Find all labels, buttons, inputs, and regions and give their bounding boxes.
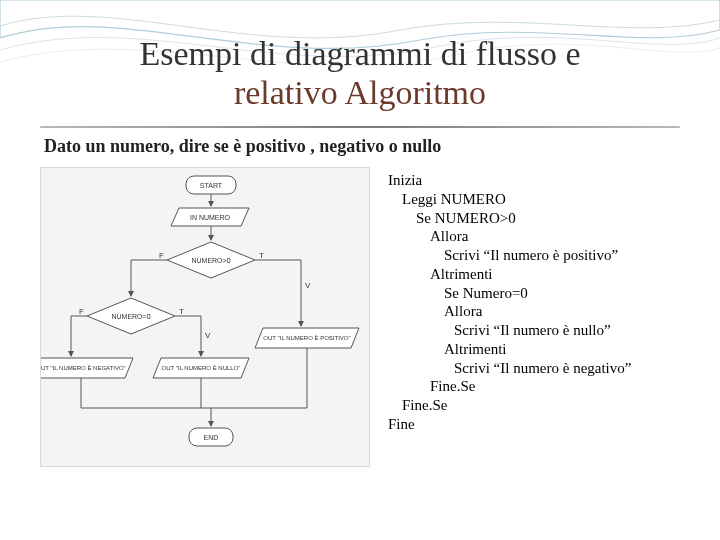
flowchart-svg: START IN NUMERO NUMERO>0 F T V [41, 168, 371, 468]
algo-line: Fine [388, 415, 680, 434]
algo-line: Scrivi “Il numero è positivo” [388, 246, 680, 265]
algo-line: Fine.Se [388, 396, 680, 415]
algo-line: Allora [388, 227, 680, 246]
flow-end: END [204, 434, 219, 441]
algo-line: Leggi NUMERO [388, 190, 680, 209]
slide-title: Esempi di diagrammi di flusso e relativo… [40, 34, 680, 112]
flow-input: IN NUMERO [190, 214, 231, 221]
algo-line: Scrivi “Il numero è nullo” [388, 321, 680, 340]
problem-statement: Dato un numero, dire se è positivo , neg… [44, 136, 680, 157]
title-line-2: relativo Algoritmo [234, 74, 486, 111]
flow-start: START [200, 182, 223, 189]
flow-false-label-1: F [159, 251, 164, 260]
algo-line: Allora [388, 302, 680, 321]
title-underline [40, 126, 680, 128]
algo-line: Altrimenti [388, 340, 680, 359]
flowchart-panel: START IN NUMERO NUMERO>0 F T V [40, 167, 370, 467]
flow-v-label-1: V [305, 281, 311, 290]
algo-line: Scrivi “Il numero è negativo” [388, 359, 680, 378]
algo-line: Se Numero=0 [388, 284, 680, 303]
algo-line: Se NUMERO>0 [388, 209, 680, 228]
flow-true-label-1: T [259, 251, 264, 260]
algo-line: Inizia [388, 171, 680, 190]
flow-out-positive: OUT "IL NUMERO È POSITIVO" [263, 335, 350, 341]
flow-true-label-2: T [179, 307, 184, 316]
flow-cond1: NUMERO>0 [191, 257, 230, 264]
flow-v-label-2: V [205, 331, 211, 340]
title-line-1: Esempi di diagrammi di flusso e [140, 35, 581, 72]
flow-cond2: NUMERO=0 [111, 313, 150, 320]
flow-f-label-2: F [79, 307, 84, 316]
algo-line: Altrimenti [388, 265, 680, 284]
flow-out-null: OUT "IL NUMERO È NULLO" [162, 365, 241, 371]
algo-line: Fine.Se [388, 377, 680, 396]
flow-out-negative: OUT "IL NUMERO È NEGATIVO" [41, 365, 126, 371]
algorithm-pseudocode: IniziaLeggi NUMEROSe NUMERO>0AlloraScriv… [388, 167, 680, 467]
